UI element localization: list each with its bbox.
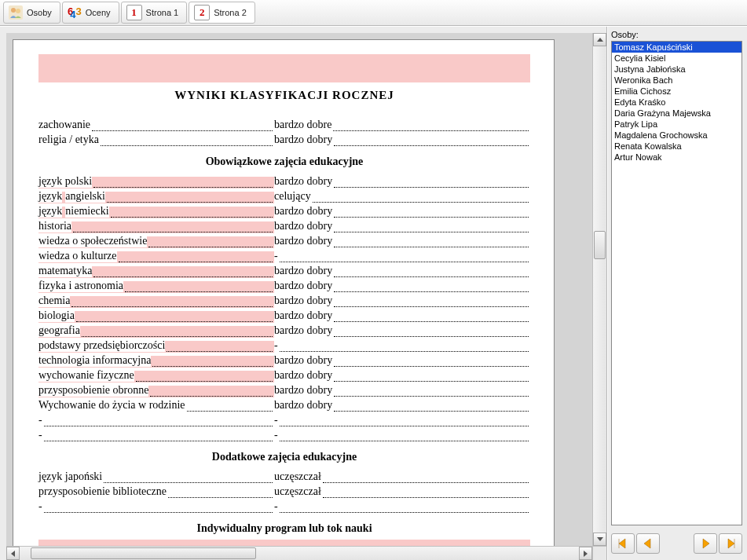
- scroll-track[interactable]: [20, 547, 579, 560]
- grade-row: biologiabardzo dobry: [38, 307, 530, 322]
- last-button[interactable]: [719, 533, 742, 554]
- section-additional: Dodatkowe zajęcia edukacyjne: [38, 451, 530, 463]
- row-value: uczęszczał: [274, 470, 321, 483]
- vertical-scrollbar[interactable]: [592, 33, 606, 546]
- grade-row: --: [38, 426, 530, 441]
- row-value: bardzo dobry: [274, 134, 332, 146]
- grade-row: matematykabardzo dobry: [38, 262, 530, 277]
- row-value: bardzo dobry: [274, 235, 332, 247]
- svg-point-1: [16, 9, 20, 13]
- row-label: Wychowanie do życia w rodzinie: [38, 399, 185, 412]
- row-value: bardzo dobry: [274, 399, 332, 412]
- row-label: historia: [38, 220, 71, 232]
- row-value: uczęszczał: [274, 485, 321, 498]
- row-value: bardzo dobry: [274, 280, 332, 292]
- grade-row: język japońskiuczęszczał: [38, 468, 530, 483]
- grade-row: geografiabardzo dobry: [38, 322, 530, 337]
- row-value: bardzo dobry: [274, 220, 332, 232]
- row-value: -: [274, 500, 278, 513]
- prev-button[interactable]: [636, 533, 660, 554]
- tab-label: Strona 2: [214, 8, 247, 17]
- list-item[interactable]: Tomasz Kapuściński: [612, 42, 742, 53]
- row-value: bardzo dobry: [274, 369, 332, 382]
- horizontal-scrollbar[interactable]: [6, 546, 606, 560]
- row-label: podstawy przedsiębiorczości: [38, 339, 165, 352]
- row-label: chemia: [38, 295, 70, 307]
- first-button[interactable]: [611, 533, 635, 554]
- list-item[interactable]: Emilia Cichosz: [612, 86, 742, 97]
- tab-label: Strona 1: [146, 8, 179, 17]
- grades-icon: 643: [68, 5, 82, 20]
- row-value: -: [274, 429, 278, 441]
- row-label: przysposobienie obronne: [38, 384, 148, 397]
- main-area: WYNIKI KLASYFIKACJI ROCZNEJ zachowanieba…: [0, 26, 747, 560]
- grade-row: chemiabardzo dobry: [38, 292, 530, 307]
- section-mandatory: Obowiązkowe zajęcia edukacyjne: [38, 156, 530, 168]
- row-value: celujący: [274, 190, 311, 203]
- row-label: wiedza o kulturze: [38, 250, 117, 262]
- scroll-thumb[interactable]: [31, 547, 256, 559]
- tab-label: Oceny: [86, 8, 111, 17]
- scroll-thumb[interactable]: [594, 231, 606, 259]
- grade-row: podstawy przedsiębiorczości-: [38, 337, 530, 352]
- row-label: język: [38, 205, 62, 218]
- scroll-up-button[interactable]: [593, 33, 606, 46]
- row-label: matematyka: [38, 265, 92, 277]
- page-title: WYNIKI KLASYFIKACJI ROCZNEJ: [38, 89, 530, 102]
- list-item[interactable]: Artur Nowak: [612, 152, 742, 163]
- row-label: wiedza o społeczeństwie: [38, 235, 147, 247]
- next-button[interactable]: [694, 533, 717, 554]
- grade-row: technologia informacyjnabardzo dobry: [38, 352, 530, 367]
- sidebar: Osoby: Tomasz KapuścińskiCecylia KisielJ…: [607, 27, 747, 560]
- list-item[interactable]: Cecylia Kisiel: [612, 53, 742, 64]
- list-item[interactable]: Renata Kowalska: [612, 141, 742, 152]
- grade-row: religia / etykabardzo dobry: [38, 131, 530, 146]
- grade-row: przysposobienie obronnebardzo dobry: [38, 382, 530, 397]
- grade-row: Wychowanie do życia w rodziniebardzo dob…: [38, 397, 530, 412]
- row-label: biologia: [38, 309, 75, 322]
- tab-oceny[interactable]: 643 Oceny: [62, 2, 119, 24]
- toolbar: Osoby 643 Oceny 1 Strona 1 2 Strona 2: [0, 0, 747, 26]
- grade-row: fizyka i astronomiabardzo dobry: [38, 277, 530, 292]
- tab-strona1[interactable]: 1 Strona 1: [121, 2, 188, 24]
- row-value: bardzo dobry: [274, 354, 332, 367]
- people-listbox[interactable]: Tomasz KapuścińskiCecylia KisielJustyna …: [611, 41, 742, 525]
- tab-strona2[interactable]: 2 Strona 2: [189, 2, 255, 24]
- list-item[interactable]: Edyta Kraśko: [612, 97, 742, 108]
- svg-point-0: [11, 8, 16, 13]
- people-icon: [9, 5, 23, 20]
- row-value: -: [274, 250, 278, 262]
- row-label: -: [38, 500, 42, 513]
- tab-osoby[interactable]: Osoby: [3, 2, 60, 24]
- grade-row: wychowanie fizycznebardzo dobry: [38, 367, 530, 382]
- row-sublabel: niemiecki: [65, 205, 108, 218]
- row-label: język japoński: [38, 470, 102, 483]
- grade-row: wiedza o społeczeństwiebardzo dobry: [38, 232, 530, 247]
- scroll-right-button[interactable]: [579, 547, 592, 560]
- footer-highlight: [38, 540, 530, 546]
- grade-row: językniemieckibardzo dobry: [38, 203, 530, 218]
- row-value: bardzo dobry: [274, 324, 332, 337]
- scroll-left-button[interactable]: [6, 547, 20, 560]
- row-value: bardzo dobry: [274, 265, 332, 277]
- page1-icon: 1: [126, 5, 142, 20]
- row-label: -: [38, 414, 42, 426]
- list-item[interactable]: Justyna Jabłońska: [612, 64, 742, 75]
- grade-row: przysposobienie biblioteczneuczęszczał: [38, 483, 530, 498]
- row-sublabel: angielski: [65, 190, 105, 203]
- grade-row: językangielskicelujący: [38, 188, 530, 203]
- grade-row: zachowaniebardzo dobre: [38, 116, 530, 131]
- list-item[interactable]: Patryk Lipa: [612, 119, 742, 130]
- row-value: -: [274, 339, 278, 352]
- list-item[interactable]: Daria Grażyna Majewska: [612, 108, 742, 119]
- list-item[interactable]: Weronika Bach: [612, 75, 742, 86]
- row-label: technologia informacyjna: [38, 354, 151, 367]
- scroll-track[interactable]: [593, 46, 606, 533]
- grade-row: język polskibardzo dobry: [38, 173, 530, 188]
- row-label: -: [38, 429, 42, 441]
- list-item[interactable]: Magdalena Grochowska: [612, 130, 742, 141]
- scroll-down-button[interactable]: [593, 533, 606, 546]
- row-label: wychowanie fizyczne: [38, 369, 134, 382]
- row-value: bardzo dobre: [274, 119, 331, 131]
- document-viewport: WYNIKI KLASYFIKACJI ROCZNEJ zachowanieba…: [6, 33, 606, 546]
